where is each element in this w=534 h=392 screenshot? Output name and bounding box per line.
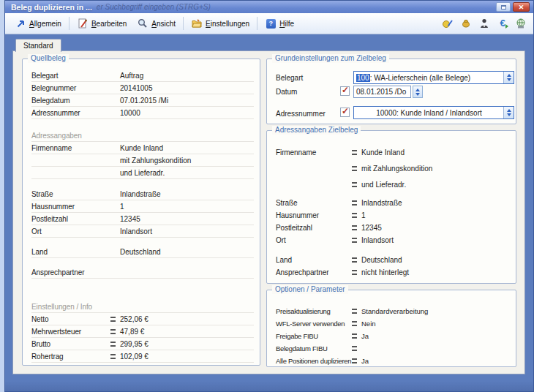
field-row: Hausnummer 1 [31, 200, 254, 213]
group-optionen-parameter: Optionen / Parameter Preisaktualisierung… [266, 290, 516, 367]
euro-icon[interactable] [497, 18, 508, 29]
field-value: 07.01.2015 /Mi [120, 97, 168, 105]
field-value: Kunde Inland [361, 148, 405, 157]
field-row [31, 119, 254, 129]
field-row: Straße Inlandstraße [276, 197, 510, 209]
tab-standard[interactable]: Standard [15, 39, 61, 52]
field-value: 1 [120, 203, 124, 211]
customer-icon[interactable] [478, 18, 490, 29]
adressnummer-checkbox[interactable] [340, 108, 350, 117]
toolbar-separator [69, 17, 69, 30]
field-row: mit Zahlungskondition [276, 160, 510, 176]
menu-item-einstellungen[interactable]: Einstellungen [186, 15, 255, 31]
menu-item-ansicht[interactable]: Ansicht [132, 15, 181, 31]
field-value: Standardverarbeitung [361, 307, 428, 315]
field-row: Postleitzahl 12345 [31, 213, 254, 225]
magnifier-icon [137, 18, 148, 29]
field-row: Adressnummer 10000 [31, 107, 254, 119]
field-row: Ort Inlandsort [31, 225, 254, 238]
equals-icon [352, 225, 361, 230]
field-row: Freigabe FIBU Ja [276, 330, 510, 342]
background-search-hint: er Suchbegriff eingeben (STRG+S) [97, 3, 211, 11]
equals-icon [352, 270, 361, 275]
field-value: nicht hinterlegt [361, 268, 409, 276]
field-label: Land [31, 248, 110, 256]
field-label: Ort [276, 236, 352, 244]
field-value: Inlandstraße [361, 199, 402, 207]
field-value: Nein [361, 320, 376, 328]
datum-field[interactable]: 08.01.2015 /Do [353, 86, 411, 98]
field-label: Firmenname [31, 144, 110, 152]
field-label: Belegart [31, 72, 110, 80]
field-row: Adressangaben [31, 129, 254, 142]
field-label: Alle Positionen duplizieren [276, 357, 352, 365]
group-title-quellbeleg: Quellbeleg [28, 54, 69, 63]
field-label: Belegdatum FIBU [276, 344, 352, 353]
field-row: Rohertrag 102,09 € [31, 350, 254, 363]
belegart-select[interactable]: 100 : WA-Lieferschein (alle Belege) [353, 71, 514, 84]
menu-item-allgemein[interactable]: Allgemein [10, 15, 67, 31]
belegart-selected-text: 100 [356, 74, 370, 82]
print-globe-icon[interactable] [515, 18, 527, 29]
datum-spinner[interactable] [413, 86, 423, 98]
toolbar: Allgemein Bearbeiten Ansicht Einstellung… [5, 13, 533, 34]
field-row: Belegdatum 07.01.2015 /Mi [31, 94, 254, 107]
belegart-rest-text: : WA-Lieferschein (alle Belege) [370, 74, 470, 82]
equals-icon [352, 333, 361, 339]
field-value: 1 [361, 211, 366, 219]
field-row: Land Deutschland [31, 246, 254, 258]
equals-icon [352, 358, 361, 363]
field-label: Belegdatum [31, 97, 110, 105]
field-row [31, 238, 254, 246]
field-value: Auftrag [120, 72, 143, 80]
datum-checkbox[interactable] [340, 86, 350, 96]
group-grundeinstellungen: Grundeinstellungen zum Zielbeleg Belegar… [266, 59, 516, 124]
field-label: Freigabe FIBU [276, 332, 352, 340]
field-value: Ja [361, 357, 369, 365]
menu-item-bearbeiten[interactable]: Bearbeiten [72, 15, 132, 31]
close-button[interactable] [513, 2, 530, 12]
edit-page-icon [77, 18, 89, 29]
field-value: und Lieferadr. [120, 169, 165, 177]
menu-item-hilfe[interactable]: Hilfe [260, 15, 299, 31]
titlebar[interactable]: Beleg duplizieren in ... er Suchbegriff … [5, 1, 533, 13]
field-label: Ort [31, 227, 110, 235]
voucher-edit-icon[interactable] [442, 18, 454, 29]
field-label: Rohertrag [31, 353, 110, 361]
field-label: Postleitzahl [31, 215, 110, 223]
field-row [31, 179, 254, 188]
field-row: WFL-Server verwenden Nein [276, 317, 510, 330]
field-label: Adressnummer [31, 109, 110, 117]
equals-icon [352, 321, 361, 326]
field-row: Preisaktualisierung Standardverarbeitung [276, 305, 510, 317]
field-label: Hausnummer [276, 211, 352, 219]
field-label: Straße [276, 199, 352, 207]
equals-icon [352, 150, 361, 155]
restore-button[interactable] [496, 2, 511, 12]
field-value: 102,09 € [120, 353, 148, 361]
equals-icon [110, 329, 120, 334]
toolbar-separator [257, 17, 257, 30]
field-row: Belegdatum FIBU [276, 342, 510, 355]
field-row: Brutto 299,95 € [31, 338, 254, 350]
field-value: 12345 [361, 224, 382, 232]
equals-icon [352, 238, 361, 243]
field-row: und Lieferadr. [31, 167, 254, 179]
field-row: Netto 252,06 € [31, 313, 254, 325]
spinner-icon[interactable] [503, 72, 514, 83]
adressnummer-select[interactable]: 10000: Kunde Inland / Inlandsort [353, 106, 514, 119]
field-row: und Lieferadr. [276, 176, 510, 192]
field-label: Netto [31, 315, 110, 323]
equals-icon [352, 346, 361, 351]
field-row: Firmenname Kunde Inland [276, 144, 510, 160]
field-value: Deutschland [120, 248, 161, 256]
spinner-icon[interactable] [503, 107, 514, 118]
field-value: 10000 [120, 109, 140, 117]
field-label: Adressangaben [31, 132, 110, 140]
field-row: Straße Inlandstraße [31, 188, 254, 200]
field-row: Ansprechpartner [31, 266, 254, 279]
equals-icon [352, 182, 361, 187]
field-value: Inlandsort [120, 227, 152, 235]
field-value: mit Zahlungskondition [361, 165, 432, 173]
money-bag-icon[interactable] [460, 18, 472, 29]
